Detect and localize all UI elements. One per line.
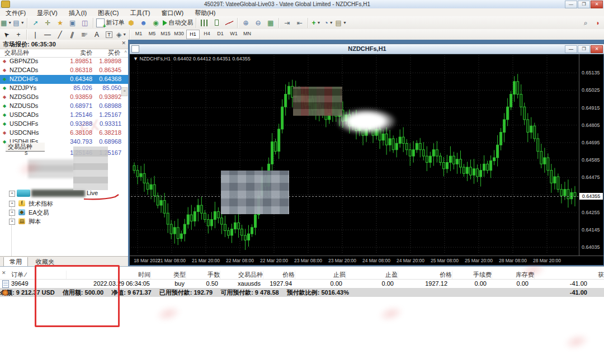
timeframe-button-h4[interactable]: H4 [201,30,213,38]
terminal-column-header[interactable]: 价格 [263,271,295,279]
timeframe-button-m5[interactable]: M5 [146,30,158,38]
terminal-close-icon[interactable]: ✕ [2,270,6,276]
ask-value: 0.68968 [99,138,121,145]
new-order-button[interactable]: + 新订单 [96,17,125,28]
timeframe-button-d1[interactable]: D1 [214,30,226,38]
tree-expand-icon[interactable]: + [9,210,15,216]
timeframe-button-m1[interactable]: M1 [133,30,145,38]
chart-maximize-button[interactable]: ❐ [578,45,590,53]
data-window-button[interactable]: ★ [55,17,66,28]
market-watch-row[interactable]: ◆USDCHFs0.932880.93311 [0,120,128,129]
periods-button[interactable]: ◔▼ [323,17,334,28]
ask-value: 0.93311 [100,120,121,127]
community-button[interactable]: ☻ [138,17,149,28]
chart-shift-button[interactable]: ⇤ [294,17,305,28]
trendline-button[interactable]: ╱ [54,29,65,40]
market-watch-row[interactable]: ◆NZDJPYs85.02685.050 [0,84,128,93]
menu-item-4[interactable]: 工具(T) [124,8,155,16]
tree-expand-icon[interactable]: + [9,219,15,225]
menu-item-1[interactable]: 显示(V) [31,8,63,16]
vertical-line-button[interactable]: | [30,29,41,40]
bar-chart-button[interactable] [199,17,210,28]
market-watch-row[interactable]: ◆NZDCHFs0.643480.64368 [0,75,128,84]
shapes-button[interactable]: ◈▼ [116,29,127,40]
text-tool-button[interactable]: A [91,29,102,40]
candlestick-chart-button[interactable] [211,17,223,28]
tree-expand-icon[interactable]: + [9,201,15,207]
market-watch-row[interactable]: ◆NZDCADs0.863180.86345 [0,66,128,75]
line-chart-button[interactable] [224,17,235,28]
scrollbar-thumb[interactable]: ≡ [121,87,128,96]
chart-plot[interactable] [131,55,578,254]
menu-item-3[interactable]: 图表(C) [92,8,124,16]
terminal-button[interactable]: ▣ [67,17,78,28]
ask-column-header[interactable]: 买价 [108,49,120,57]
terminal-column-header[interactable]: 类型 [151,271,186,279]
close-button[interactable]: ✕ [591,1,603,8]
menu-item-5[interactable]: 窗口(W) [155,8,189,16]
terminal-column-header[interactable]: 获利 [535,271,604,279]
autotrading-button[interactable]: 自动交易 [163,17,194,28]
navigator-tab-0[interactable]: 常用 [3,257,28,267]
timeframe-button-m30[interactable]: M30 [173,30,185,38]
market-watch-row[interactable]: ◆GBPNZDs1.898511.89898 [0,57,128,66]
market-watch-symbols-tab[interactable]: 交易品种 [6,143,45,152]
tile-windows-button[interactable]: ▦ [265,17,276,28]
help-button[interactable]: ◗ [592,17,603,28]
order-cell: 0.00 [342,280,394,288]
navigator-item-1[interactable]: +◆EA交易 [0,208,128,217]
terminal-column-header[interactable]: 库存费 [492,271,535,279]
market-watch-button[interactable]: ➚ [30,17,41,28]
navigator-account-item[interactable]: + Live [0,188,128,198]
bid-column-header[interactable]: 卖价 [80,49,92,57]
new-chart-button[interactable]: ▦▼ [1,17,12,28]
chart-window-titlebar[interactable]: NZDCHFs,H1 — ❐ ✕ [130,44,604,54]
menu-item-0[interactable]: 文件(F) [0,8,31,16]
cursor-tool-button[interactable]: ➤ [1,29,12,40]
maximize-button[interactable]: ❐ [578,1,590,8]
crosshair-tool-button[interactable]: + [13,29,24,40]
templates-button[interactable]: ▤▼ [336,17,347,28]
metaeditor-button[interactable]: ⬢ [126,17,137,28]
terminal-column-header[interactable]: 交易品种 [220,271,263,279]
market-watch-row[interactable]: ◆USDCADs1.251461.25167 [0,111,128,120]
terminal-column-header[interactable]: 手数 [186,271,220,279]
search-icon[interactable]: ⌕ [580,17,591,28]
terminal-column-header[interactable]: 止损 [295,271,346,279]
timeframe-button-mn[interactable]: MN [241,30,253,38]
market-watch-row[interactable]: ◆NZDUSDs0.689710.68988 [0,102,128,111]
market-watch-close-icon[interactable]: ✕ [121,40,126,46]
timeframe-button-h1[interactable]: H1 [186,30,200,39]
timeframe-button-m15[interactable]: M15 [159,30,172,38]
time-axis[interactable]: 18 Mar 202221 Mar 08:0021 Mar 20:0022 Ma… [130,256,603,266]
terminal-column-header[interactable]: 手续费 [452,271,492,279]
alerts-button[interactable]: ◉ [150,17,162,28]
navigator-item-2[interactable]: +▤脚本 [0,217,128,226]
navigator-button[interactable]: ✛ [43,17,54,28]
indicators-button[interactable]: +▼ [311,17,322,28]
chart-minimize-button[interactable]: — [565,45,577,53]
timeframe-button-w1[interactable]: W1 [228,30,240,38]
chart-close-button[interactable]: ✕ [591,45,603,53]
text-label-button[interactable]: T [103,29,115,40]
strategy-tester-button[interactable]: ◫ [79,17,91,28]
fibonacci-button[interactable]: ≡F [79,29,90,40]
chart-window-title: NZDCHFs,H1 [348,45,386,52]
menu-item-2[interactable]: 插入(I) [63,8,92,16]
scroll-up-icon[interactable]: ˄ [124,49,127,54]
zoom-out-button[interactable]: ⊖ [253,17,264,28]
navigator-item-0[interactable]: +f技术指标 [0,199,128,208]
tree-expand-icon[interactable]: + [9,191,15,197]
auto-scroll-button[interactable]: ⇥ [282,17,293,28]
horizontal-line-button[interactable]: — [42,29,53,40]
market-watch-row[interactable]: ◆USDCNHs6.381086.38218 [0,129,128,138]
market-watch-row[interactable]: ◆NZDSGDs0.938590.93892 [0,93,128,102]
symbol-column-header[interactable]: 交易品种 [4,49,29,57]
terminal-column-header[interactable]: 价格 [398,271,452,279]
profiles-button[interactable]: ▤▼ [13,17,24,28]
minimize-button[interactable]: — [565,1,577,8]
terminal-column-header[interactable]: 止盈 [346,271,398,279]
channel-button[interactable]: ∥ [67,29,78,40]
menu-item-6[interactable]: 帮助(H) [189,8,221,16]
zoom-in-button[interactable]: ⊕ [240,17,252,28]
